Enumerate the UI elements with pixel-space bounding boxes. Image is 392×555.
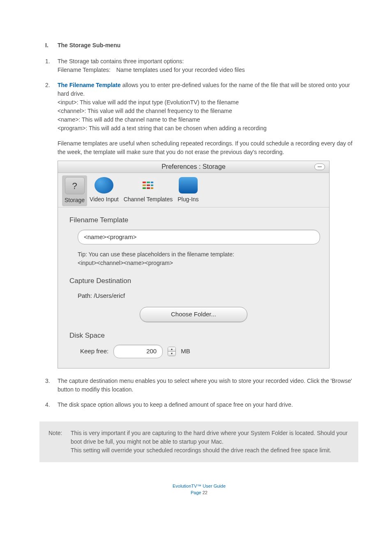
filename-template-bold: The Filename Template: [58, 82, 121, 88]
path-value: /Users/ericf: [94, 292, 125, 299]
filename-template-input[interactable]: <name><program>: [78, 230, 320, 245]
tab-label: Channel Templates: [124, 195, 173, 204]
body-text: <input>: This value will add the input t…: [58, 98, 353, 107]
filename-template-label: Filename Template: [69, 215, 318, 226]
page-footer: EvolutionTV™ User Guide Page 22: [45, 483, 353, 496]
body-text: <name>: This will add the channel name t…: [58, 115, 353, 124]
svg-rect-6: [143, 187, 146, 189]
tip-text: Tip: You can use these placeholders in t…: [78, 250, 318, 259]
disk-space-label: Disk Space: [69, 330, 318, 341]
preferences-window: Preferences : Storage ? Storage Video In…: [58, 161, 330, 368]
choose-folder-button[interactable]: Choose Folder...: [140, 307, 247, 322]
preferences-toolbar: ? Storage Video Input Channel Templates …: [58, 173, 329, 207]
body-text: The Storage tab contains three important…: [58, 57, 353, 66]
video-input-icon: [95, 177, 113, 193]
note-box: Note: This is very important if you are …: [39, 421, 358, 462]
section-marker: I.: [45, 41, 58, 50]
keep-free-stepper[interactable]: ▴ ▾: [168, 347, 176, 356]
svg-rect-3: [143, 184, 146, 186]
window-title-bar: Preferences : Storage: [58, 161, 329, 173]
note-label: Note:: [48, 429, 71, 455]
body-text: The disk space option allows you to keep…: [58, 401, 353, 409]
svg-rect-7: [147, 187, 150, 189]
item-number: 3.: [45, 377, 58, 394]
item-number: 1.: [45, 57, 58, 74]
window-pill-icon[interactable]: [314, 164, 325, 170]
capture-destination-label: Capture Destination: [69, 276, 318, 286]
body-text: Filename templates are useful when sched…: [58, 139, 353, 157]
svg-rect-4: [147, 184, 150, 186]
storage-icon: ?: [65, 177, 85, 194]
body-text: The capture destination menu enables you…: [58, 377, 353, 394]
tab-label: Storage: [65, 196, 85, 205]
keep-free-unit: MB: [181, 347, 190, 356]
svg-rect-0: [143, 182, 146, 183]
section-title: The Storage Sub-menu: [58, 41, 353, 50]
stepper-up-icon[interactable]: ▴: [168, 347, 175, 351]
footer-title: EvolutionTV™ User Guide: [45, 483, 353, 490]
note-body: This is very important if you are captur…: [71, 429, 349, 455]
svg-rect-5: [151, 184, 153, 186]
item-number: 2.: [45, 81, 58, 133]
tab-label: Video Input: [90, 195, 119, 204]
tab-video-input[interactable]: Video Input: [90, 177, 119, 205]
keep-free-input[interactable]: 200: [113, 345, 163, 358]
plug-ins-icon: [179, 177, 198, 193]
path-label: Path:: [78, 292, 92, 299]
footer-page-number: 22: [203, 490, 208, 495]
tab-plug-ins[interactable]: Plug-Ins: [178, 177, 198, 205]
body-text: Filename Templates: Name templates used …: [58, 66, 353, 74]
svg-rect-1: [147, 182, 150, 183]
footer-page-label: Page: [191, 490, 203, 495]
tab-channel-templates[interactable]: Channel Templates: [124, 177, 173, 205]
body-text: <program>: This will add a text string t…: [58, 124, 353, 133]
item-number: 4.: [45, 401, 58, 409]
keep-free-label: Keep free:: [80, 347, 108, 356]
tab-label: Plug-Ins: [178, 195, 198, 204]
stepper-down-icon[interactable]: ▾: [168, 351, 175, 356]
svg-rect-2: [151, 182, 153, 183]
window-title: Preferences : Storage: [161, 163, 226, 170]
channel-templates-icon: [138, 177, 157, 193]
svg-rect-8: [151, 187, 153, 189]
tip-text: <input><channel><name><program>: [78, 259, 318, 267]
tab-storage[interactable]: ? Storage: [62, 175, 87, 206]
body-text: <channel>: This value will add the chann…: [58, 107, 353, 115]
